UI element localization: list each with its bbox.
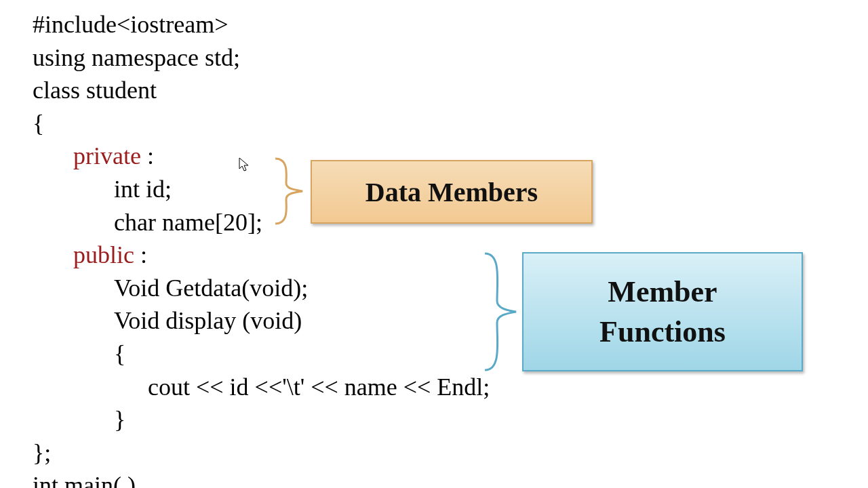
code-line: } [33,403,490,436]
mouse-cursor-icon [239,157,250,172]
keyword-private: private [73,142,141,169]
code-line: int main( ) [33,469,490,488]
label-member-functions-box: Member Functions [522,252,803,371]
code-line: #include<iostream> [33,8,490,41]
brace-member-functions [478,249,520,374]
keyword-public: public [73,241,134,268]
code-line: { [33,338,490,371]
code-line: }; [33,436,490,470]
code-line: { [33,107,490,140]
code-line: cout << id <<'\t' << name << Endl; [33,371,490,404]
label-data-members: Data Members [366,176,538,208]
code-line: Void display (void) [33,304,490,338]
code-line: public : [33,239,490,272]
code-line: class student [33,74,490,107]
code-block: #include<iostream> using namespace std; … [33,8,490,488]
label-member-functions: Member Functions [599,272,726,352]
code-line: using namespace std; [33,41,490,75]
label-data-members-box: Data Members [311,160,593,224]
brace-data-members [270,156,308,226]
code-line: Void Getdata(void); [33,272,490,305]
